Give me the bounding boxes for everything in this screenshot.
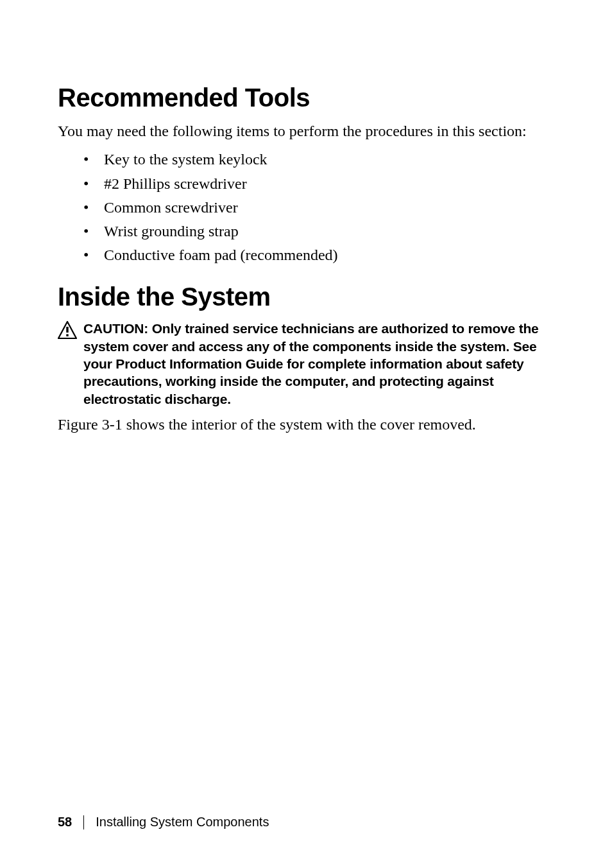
page: Recommended Tools You may need the follo… (0, 0, 612, 868)
tools-list: Key to the system keylock #2 Phillips sc… (58, 148, 554, 267)
footer-divider (83, 815, 84, 829)
page-number: 58 (58, 815, 72, 829)
caution-label: CAUTION: (83, 321, 152, 336)
list-item: Common screwdriver (83, 196, 554, 220)
intro-paragraph: You may need the following items to perf… (58, 121, 554, 141)
list-item: Wrist grounding strap (83, 220, 554, 243)
list-item: Key to the system keylock (83, 148, 554, 171)
page-footer: 58 Installing System Components (58, 815, 269, 829)
heading-inside-system: Inside the System (58, 282, 554, 311)
figure-reference: Figure 3-1 shows the interior of the sys… (58, 414, 554, 435)
list-item: #2 Phillips screwdriver (83, 172, 554, 196)
caution-body: Only trained service technicians are aut… (83, 321, 539, 406)
svg-rect-1 (66, 327, 68, 333)
caution-icon (58, 321, 77, 342)
list-item: Conductive foam pad (recommended) (83, 243, 554, 267)
heading-recommended-tools: Recommended Tools (58, 83, 554, 112)
svg-rect-2 (66, 334, 68, 336)
caution-text: CAUTION: Only trained service technician… (83, 320, 554, 407)
caution-block: CAUTION: Only trained service technician… (58, 320, 554, 407)
footer-section-title: Installing System Components (96, 815, 269, 829)
